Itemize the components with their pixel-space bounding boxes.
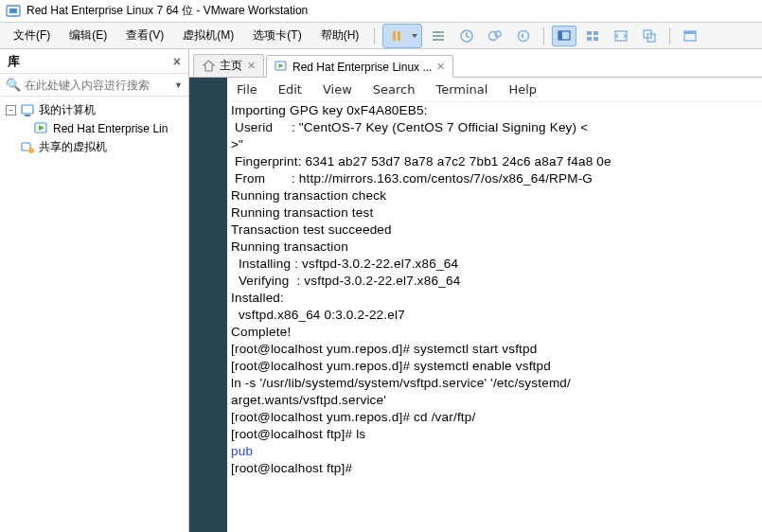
terminal-line: [root@localhost ftp]# ls: [231, 426, 758, 443]
tree-item-shared[interactable]: 共享的虚拟机: [0, 137, 188, 157]
terminal-line: [root@localhost yum.repos.d]# systemctl …: [231, 358, 758, 375]
terminal-line: Userid : "CentOS-7 Key (CentOS 7 Officia…: [231, 119, 758, 136]
terminal-line: pub: [231, 443, 758, 460]
terminal-line: Running transaction: [231, 239, 758, 256]
svg-rect-14: [594, 31, 598, 35]
svg-rect-3: [398, 31, 400, 41]
app-menubar: 文件(F) 编辑(E) 查看(V) 虚拟机(M) 选项卡(T) 帮助(H): [0, 23, 762, 49]
snapshot-manage-icon[interactable]: [483, 26, 507, 46]
guest-menu-file[interactable]: File: [237, 82, 257, 97]
close-icon[interactable]: ✕: [247, 60, 256, 72]
tab-vm-active[interactable]: Red Hat Enterprise Linux ... ✕: [266, 55, 453, 78]
window-title: Red Hat Enterprise Linux 7 64 位 - VMware…: [27, 3, 308, 19]
toolbar-settings-icon[interactable]: [426, 26, 451, 46]
svg-rect-4: [433, 31, 444, 33]
separator: [374, 27, 375, 44]
view-thumbnails-icon[interactable]: [580, 26, 605, 46]
menu-tabs[interactable]: 选项卡(T): [245, 25, 309, 46]
tree-label: Red Hat Enterprise Lin: [53, 122, 168, 135]
svg-rect-5: [433, 35, 444, 37]
tab-home[interactable]: 主页 ✕: [193, 54, 264, 77]
guest-bg-strip: [189, 78, 227, 532]
terminal-line: Transaction test succeeded: [231, 222, 758, 239]
terminal-line: Importing GPG key 0xF4A80EB5:: [231, 102, 758, 119]
svg-rect-16: [594, 37, 598, 41]
close-icon[interactable]: ✕: [436, 61, 445, 73]
guest-menu-edit[interactable]: Edit: [278, 82, 302, 97]
menu-help[interactable]: 帮助(H): [313, 25, 367, 46]
computer-icon: [20, 104, 35, 117]
terminal-line: arget.wants/vsftpd.service': [231, 392, 758, 409]
svg-rect-21: [684, 31, 696, 34]
tree-label: 共享的虚拟机: [39, 139, 107, 155]
terminal-line: >": [231, 136, 758, 153]
terminal-line: vsftpd.x86_64 0:3.0.2-22.el7: [231, 307, 758, 324]
svg-rect-13: [587, 31, 592, 35]
tab-label: 主页: [220, 58, 242, 74]
guest-menu-search[interactable]: Search: [373, 82, 416, 97]
collapse-icon[interactable]: −: [6, 105, 16, 115]
power-dropdown[interactable]: [409, 26, 420, 46]
vm-running-icon: [275, 61, 288, 74]
revert-icon[interactable]: [511, 26, 536, 46]
svg-rect-22: [22, 105, 33, 114]
svg-rect-1: [9, 9, 17, 13]
sidebar-title: 库: [8, 53, 20, 70]
tree-label: 我的计算机: [39, 102, 96, 118]
power-controls: [382, 24, 422, 48]
terminal-line: Running transaction test: [231, 204, 758, 222]
snapshot-icon[interactable]: [454, 26, 479, 46]
svg-rect-2: [393, 31, 396, 41]
vm-running-icon: [34, 122, 49, 135]
svg-rect-6: [433, 39, 444, 41]
vm-console[interactable]: File Edit View Search Terminal Help Impo…: [189, 78, 762, 532]
svg-point-26: [28, 148, 34, 153]
guest-menu-help[interactable]: Help: [508, 82, 537, 97]
sidebar-close-icon[interactable]: ×: [173, 54, 181, 69]
menu-file[interactable]: 文件(F): [6, 25, 58, 46]
fullscreen-icon[interactable]: [678, 26, 702, 46]
terminal-line: From : http://mirrors.163.com/centos/7/o…: [231, 170, 758, 187]
terminal-line: Installing : vsftpd-3.0.2-22.el7.x86_64: [231, 256, 758, 273]
search-icon: 🔍: [6, 78, 21, 92]
app-icon: [6, 4, 21, 19]
menu-vm[interactable]: 虚拟机(M): [175, 25, 241, 46]
search-input[interactable]: [25, 79, 170, 92]
terminal-line: ln -s '/usr/lib/systemd/system/vsftpd.se…: [231, 375, 758, 392]
tree-item-vm[interactable]: Red Hat Enterprise Lin: [0, 120, 188, 137]
terminal-line: Verifying : vsftpd-3.0.2-22.el7.x86_64: [231, 273, 758, 290]
guest-menu-terminal[interactable]: Terminal: [435, 82, 487, 97]
guest-menubar: File Edit View Search Terminal Help: [227, 78, 762, 102]
terminal-line: [root@localhost yum.repos.d]# systemctl …: [231, 341, 758, 358]
content-area: 主页 ✕ Red Hat Enterprise Linux ... ✕ File…: [189, 49, 762, 532]
menu-view[interactable]: 查看(V): [118, 25, 171, 46]
stretch-icon[interactable]: [609, 26, 633, 46]
window-titlebar: Red Hat Enterprise Linux 7 64 位 - VMware…: [0, 0, 762, 23]
tab-label: Red Hat Enterprise Linux ...: [292, 61, 432, 74]
view-console-icon[interactable]: [552, 26, 576, 46]
separator: [543, 27, 544, 44]
guest-menu-view[interactable]: View: [323, 82, 352, 97]
terminal-line: Installed:: [231, 290, 758, 307]
search-dropdown-icon[interactable]: ▼: [174, 80, 183, 90]
guest-terminal-window: File Edit View Search Terminal Help Impo…: [227, 78, 762, 532]
tab-bar: 主页 ✕ Red Hat Enterprise Linux ... ✕: [189, 49, 762, 78]
sidebar-header: 库 ×: [0, 49, 188, 74]
shared-vms-icon: [20, 141, 35, 154]
library-sidebar: 库 × 🔍 ▼ − 我的计算机 Red Hat Enterprise Lin 共…: [0, 49, 189, 532]
unity-icon[interactable]: [637, 26, 662, 46]
terminal-line: [root@localhost yum.repos.d]# cd /var/ft…: [231, 409, 758, 426]
vm-tree: − 我的计算机 Red Hat Enterprise Lin 共享的虚拟机: [0, 97, 188, 161]
pause-button[interactable]: [384, 26, 409, 46]
menu-edit[interactable]: 编辑(E): [62, 25, 115, 46]
tree-root-my-computer[interactable]: − 我的计算机: [0, 100, 188, 120]
terminal-line: [root@localhost ftp]#: [231, 460, 758, 477]
terminal-line: Fingerprint: 6341 ab27 53d7 8a78 a7c2 7b…: [231, 153, 758, 170]
svg-rect-23: [25, 115, 30, 116]
separator: [669, 27, 670, 44]
terminal-line: Running transaction check: [231, 187, 758, 204]
svg-rect-12: [558, 31, 562, 40]
terminal-output[interactable]: Importing GPG key 0xF4A80EB5: Userid : "…: [227, 102, 762, 532]
svg-rect-15: [587, 37, 592, 41]
search-row: 🔍 ▼: [0, 74, 188, 97]
